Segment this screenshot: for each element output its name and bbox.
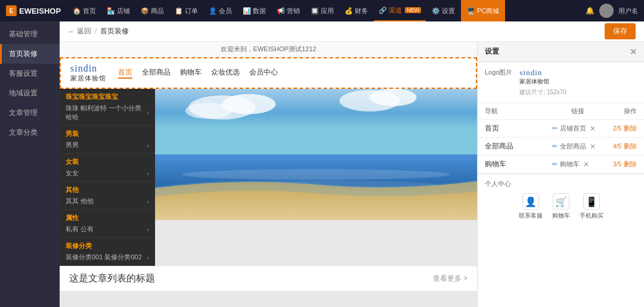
marketing-icon: 📢 [277, 7, 285, 15]
nav-actions-all: 4/5 删除 [603, 142, 637, 151]
store-logo-sub: 家居体验馆 [70, 74, 106, 83]
settings-header: 设置 ✕ [478, 42, 644, 62]
menu-other-items: 其其 他他 › [60, 196, 155, 209]
sidebar-item-basics[interactable]: 基础管理 [0, 24, 60, 44]
personal-icon-cart: 🛒 购物车 [552, 193, 570, 220]
data-icon: 📊 [243, 7, 251, 15]
nav-members[interactable]: 👤 会员 [204, 0, 237, 21]
breadcrumb-back[interactable]: ← 返回 [68, 26, 91, 36]
members-icon: 👤 [209, 7, 217, 15]
nav-close-cart[interactable]: ✕ [583, 160, 589, 169]
mobile-icon: 📱 [583, 193, 600, 210]
nav-table-header: 导航 链接 操作 [478, 103, 644, 120]
menu-men-items: 男男 › [60, 139, 155, 153]
sidebar-item-article-cat[interactable]: 文章分类 [0, 123, 60, 142]
nav-col-name: 导航 [485, 107, 552, 116]
nav-settings[interactable]: ⚙️ 设置 [427, 0, 460, 21]
pc-icon: 🖥️ [467, 7, 475, 15]
nav-pc-store[interactable]: 🖥️ PC商城 [461, 0, 505, 21]
sidebar-item-region[interactable]: 地域设置 [0, 83, 60, 103]
nav-shop[interactable]: 🏪 店铺 [102, 0, 135, 21]
nav-row-all-link: ✏ 全部商品 ✕ [552, 142, 603, 151]
finance-icon: 💰 [345, 7, 353, 15]
nav-delete-home[interactable]: 删除 [624, 124, 637, 133]
sidebar: 基础管理 首页装修 客服设置 地域设置 文章管理 文章分类 [0, 21, 60, 307]
menu-group-women: 女装 女女 › [60, 154, 155, 182]
apps-icon: 🔲 [311, 7, 319, 15]
settings-logo-size-hint: 建议尺寸: 152x70 [519, 88, 637, 97]
main-layout: 基础管理 首页装修 客服设置 地域设置 文章管理 文章分类 ← 返回 / 首页装… [0, 21, 644, 307]
content-area: ← 返回 / 首页装修 保存 欢迎米到，EWEISHOP测试1212 sindi… [60, 21, 644, 307]
nav-close-all[interactable]: ✕ [590, 142, 596, 151]
shop-icon: 🏪 [107, 7, 115, 15]
article-more[interactable]: 查看更多 > [433, 274, 467, 284]
preview-area: 欢迎米到，EWEISHOP测试1212 sindin 家居体验馆 首页 全部商品… [60, 42, 644, 307]
avatar[interactable] [599, 4, 614, 18]
personal-center-section: 个人中心 👤 联系客服 🛒 购物车 📱 手机购买 [478, 173, 644, 225]
nav-right-area: 🔔 用户名 [586, 4, 638, 18]
settings-logo-label: Logo图片 [485, 68, 512, 77]
nav-row-all-name: 全部商品 [485, 141, 552, 151]
settings-logo-text: sindin [519, 68, 637, 77]
menu-women-title: 女装 [60, 154, 155, 168]
menu-arrow-women: › [147, 170, 149, 177]
cart-icon: 🛒 [553, 193, 569, 210]
bell-icon[interactable]: 🔔 [586, 7, 595, 15]
store-nav-cart[interactable]: 购物车 [180, 67, 202, 79]
nav-delete-all[interactable]: 删除 [624, 142, 637, 151]
home-icon: 🏠 [73, 7, 81, 15]
store-nav-home[interactable]: 首页 [118, 67, 132, 79]
nav-orders[interactable]: 📋 订单 [170, 0, 203, 21]
menu-jewelry-items: 珠珠 帕利波特 一个小分类 哈哈 › [60, 103, 155, 125]
article-section: 这是文章列表的标题 查看更多 > [60, 266, 477, 291]
nav-row-cart: 购物车 ✏ 购物车 ✕ 3/5 删除 [478, 156, 644, 173]
new-badge: NEW [405, 7, 421, 13]
nav-marketing[interactable]: 📢 营销 [272, 0, 305, 21]
sidebar-item-customer[interactable]: 客服设置 [0, 64, 60, 83]
personal-center-title: 个人中心 [485, 179, 637, 188]
edit-icon-home: ✏ [552, 125, 558, 132]
nav-row-cart-link: ✏ 购物车 ✕ [552, 160, 603, 169]
settings-close-button[interactable]: ✕ [630, 47, 637, 57]
settings-icon: ⚙️ [432, 7, 440, 15]
store-nav-select[interactable]: 众妆优选 [211, 67, 240, 79]
store-nav-all[interactable]: 全部商品 [142, 67, 171, 79]
nav-del-home: 2/5 [613, 125, 621, 132]
sidebar-item-articles[interactable]: 文章管理 [0, 103, 60, 123]
settings-logo-section: Logo图片 sindin 家居体验馆 建议尺寸: 152x70 [478, 62, 644, 103]
nav-close-home[interactable]: ✕ [590, 125, 596, 133]
sidebar-item-homepage[interactable]: 首页装修 [0, 44, 60, 64]
logo-text: EWEISHOP [19, 7, 61, 15]
store-nav-member[interactable]: 会员中心 [249, 67, 278, 79]
nav-actions-cart: 3/5 删除 [603, 160, 637, 169]
edit-icon-cart: ✏ [552, 160, 558, 168]
hero-image [155, 89, 477, 220]
menu-group-decor: 装修分类 装修分类001 装修分类002 › [60, 238, 155, 266]
article-title: 这是文章列表的标题 [69, 272, 155, 285]
svg-point-3 [185, 103, 233, 119]
hero-svg [155, 89, 477, 220]
nav-home[interactable]: 🏠 首页 [68, 0, 101, 21]
nav-apps[interactable]: 🔲 应用 [306, 0, 339, 21]
orders-icon: 📋 [175, 7, 183, 15]
products-icon: 📦 [141, 7, 149, 15]
store-left-menu: 珠宝珠宝珠宝珠宝 珠珠 帕利波特 一个小分类 哈哈 › 男装 男男 › [60, 89, 155, 266]
save-button[interactable]: 保存 [605, 23, 636, 39]
personal-icons: 👤 联系客服 🛒 购物车 📱 手机购买 [485, 193, 637, 220]
nav-row-home-name: 首页 [485, 123, 552, 134]
store-logo: sindin 家居体验馆 [70, 63, 106, 83]
menu-arrow-attr: › [147, 226, 149, 233]
menu-attr-title: 属性 [60, 210, 155, 224]
nav-finance[interactable]: 💰 财务 [340, 0, 373, 21]
nav-delete-cart[interactable]: 删除 [624, 160, 637, 169]
personal-icon-mobile: 📱 手机购买 [580, 193, 603, 220]
nav-row-home: 首页 ✏ 店铺首页 ✕ 2/5 删除 [478, 120, 644, 138]
nav-products[interactable]: 📦 商品 [136, 0, 169, 21]
breadcrumb-separator: / [95, 27, 97, 36]
svg-point-5 [370, 89, 417, 106]
nav-row-home-link: ✏ 店铺首页 ✕ [552, 124, 603, 133]
nav-channel[interactable]: 🔗 渠道 NEW [374, 0, 426, 21]
nav-col-action: 操作 [603, 107, 637, 116]
nav-data[interactable]: 📊 数据 [238, 0, 271, 21]
store-header[interactable]: sindin 家居体验馆 首页 全部商品 购物车 众妆优选 会员中心 [60, 57, 477, 89]
